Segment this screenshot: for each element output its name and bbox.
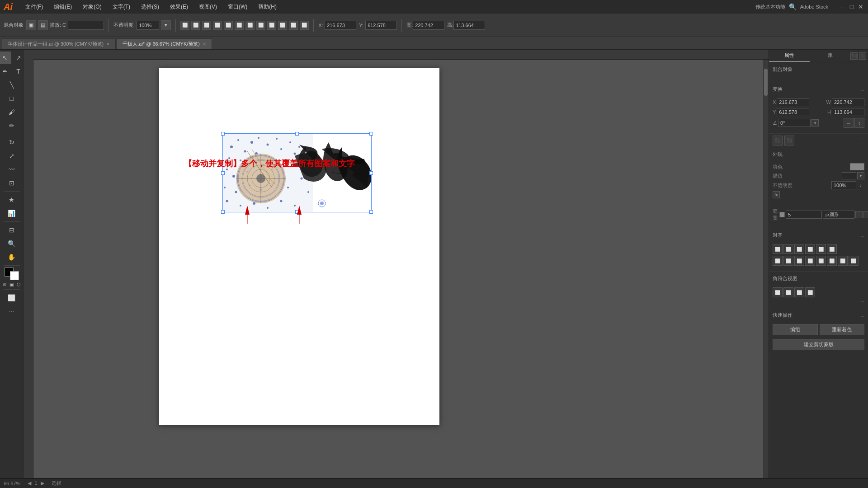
stroke-width-input[interactable] <box>786 211 822 219</box>
workspace-label[interactable]: 传统基本功能 <box>755 4 785 10</box>
close-button[interactable]: ✕ <box>857 3 864 10</box>
panel-icon-2[interactable]: ⬛ <box>859 52 866 60</box>
background-color[interactable] <box>10 271 19 280</box>
expand-icon[interactable]: ··· <box>861 88 864 93</box>
search-icon[interactable]: 🔍 <box>789 3 797 10</box>
shape-opt-3[interactable]: ⬜ <box>794 287 804 297</box>
menu-window[interactable]: 窗口(W) <box>226 2 249 12</box>
more-tools[interactable]: ··· <box>5 305 18 318</box>
next-artboard[interactable]: ▶ <box>41 480 44 486</box>
rotate-tool[interactable]: ↻ <box>5 136 18 149</box>
selection-tool[interactable]: ↖ <box>0 52 11 64</box>
rotation-input[interactable] <box>778 119 811 127</box>
symbol-tool[interactable]: ★ <box>5 193 18 206</box>
line-tool[interactable]: ╲ <box>5 79 18 91</box>
shape-extra-expand[interactable]: ··· <box>861 299 864 304</box>
slice-tool[interactable]: ⊟ <box>5 224 18 236</box>
opacity-panel-input[interactable] <box>831 181 856 189</box>
quick-actions-expand[interactable]: ··· <box>861 314 864 319</box>
view-icon-2[interactable]: ⬛ <box>784 136 794 145</box>
menu-help[interactable]: 帮助(H) <box>256 2 278 12</box>
rect-tool[interactable]: □ <box>5 92 18 105</box>
tab-0[interactable]: 字体设计作品一组.ai @ 300% (CMYK/预览) ✕ <box>2 38 116 49</box>
type-tool[interactable]: T <box>12 65 25 78</box>
flip-h-btn[interactable]: ↔ <box>844 118 854 128</box>
align-v-center[interactable]: ⬜ <box>816 244 826 254</box>
maximize-button[interactable]: □ <box>848 3 855 10</box>
x-panel-input[interactable] <box>777 98 809 106</box>
align-right-btn[interactable]: ⬜ <box>202 21 211 30</box>
w-input[interactable] <box>413 21 444 30</box>
dist-h-space[interactable]: ⬜ <box>838 256 848 266</box>
opacity-input[interactable] <box>137 21 159 30</box>
direct-selection-tool[interactable]: ↗ <box>12 52 25 64</box>
menu-file[interactable]: 文件(F) <box>24 2 45 12</box>
dist-bottom[interactable]: ⬜ <box>827 256 837 266</box>
dist-top[interactable]: ⬜ <box>805 256 815 266</box>
align-center-btn[interactable]: ⬜ <box>191 21 200 30</box>
free-transform-tool[interactable]: ⊡ <box>5 177 18 189</box>
align-expand[interactable]: ··· <box>861 234 864 239</box>
gradient-icon[interactable]: ▣ <box>9 281 15 287</box>
align-bottom-edge[interactable]: ⬜ <box>827 244 837 254</box>
adobe-stock-label[interactable]: Adobe Stock <box>800 4 828 9</box>
scroll-thumb[interactable] <box>764 69 768 96</box>
menu-effect[interactable]: 效果(E) <box>168 2 190 12</box>
distribute-middle-btn[interactable]: ⬜ <box>289 21 298 30</box>
stroke-type-dropdown[interactable]: 点圆形 <box>823 211 854 219</box>
opacity-expand-btn[interactable]: › <box>857 182 864 189</box>
align-right-edge[interactable]: ⬜ <box>794 244 804 254</box>
minimize-button[interactable]: ─ <box>839 3 846 10</box>
slice-btn[interactable]: 建立剪切蒙版 <box>773 339 864 350</box>
zoom-tool[interactable]: 🔍 <box>5 237 18 250</box>
none-icon[interactable]: ⊘ <box>1 281 8 287</box>
libraries-tab[interactable]: 库 <box>810 50 850 62</box>
menu-edit[interactable]: 编辑(E) <box>52 2 74 12</box>
tab-0-close[interactable]: ✕ <box>106 42 110 47</box>
tab-1[interactable]: 千板人.ai* @ 66.67% (CMYK/预览) ✕ <box>117 38 212 49</box>
menu-select[interactable]: 选择(S) <box>139 2 161 12</box>
align-left-btn[interactable]: ⬜ <box>180 21 189 30</box>
stroke-opt-1[interactable] <box>855 211 863 218</box>
opacity-dropdown-btn[interactable]: ▾ <box>161 20 171 30</box>
zoom-level[interactable]: 66.67% <box>4 481 20 486</box>
artboard[interactable]: 【移动并复制】多个，使其覆盖所有图案和文字 <box>159 68 439 425</box>
align-left-edge[interactable]: ⬜ <box>773 244 783 254</box>
transform-more[interactable]: ··· <box>861 136 864 145</box>
dist-left[interactable]: ⬜ <box>773 256 783 266</box>
distribute-top-btn[interactable]: ⬜ <box>278 21 287 30</box>
properties-tab[interactable]: 属性 <box>769 50 810 62</box>
vertical-scrollbar[interactable] <box>763 60 769 488</box>
edit-btn[interactable]: 编组 <box>773 324 818 335</box>
align-top-edge[interactable]: ⬜ <box>805 244 815 254</box>
recolor-btn[interactable]: 重新着色 <box>820 324 865 335</box>
warp-tool[interactable]: 〰 <box>5 163 18 176</box>
distribute-center-btn[interactable]: ⬜ <box>256 21 265 30</box>
mode-btn2[interactable]: ▤ <box>38 20 48 30</box>
mode-dropdown[interactable] <box>68 21 104 30</box>
artwork-container[interactable] <box>222 133 372 212</box>
panel-icon-1[interactable]: ⬛ <box>850 52 858 60</box>
hand-tool[interactable]: ✋ <box>5 251 18 263</box>
distribute-right-btn[interactable]: ⬜ <box>267 21 276 30</box>
fill-color-swatch[interactable] <box>850 163 864 170</box>
stroke-arrow-btn[interactable]: ▾ <box>857 172 864 179</box>
canvas-area[interactable]: 【移动并复制】多个，使其覆盖所有图案和文字 <box>24 50 769 488</box>
dist-v-space[interactable]: ⬜ <box>849 256 859 266</box>
tab-1-close[interactable]: ✕ <box>203 42 206 47</box>
pen-tool[interactable]: ✒ <box>0 65 11 78</box>
shape-expand[interactable]: ··· <box>861 277 864 282</box>
brush-tool[interactable]: 🖌 <box>5 106 18 118</box>
align-middle-btn[interactable]: ⬜ <box>224 21 233 30</box>
view-icon-1[interactable]: ⬛ <box>773 136 783 145</box>
dist-v[interactable]: ⬜ <box>816 256 826 266</box>
change-screen-mode[interactable]: ⬜ <box>5 291 18 304</box>
align-bottom-btn[interactable]: ⬜ <box>235 21 244 30</box>
scale-tool[interactable]: ⤢ <box>5 150 18 162</box>
y-panel-input[interactable] <box>777 108 809 116</box>
rotation-dropdown[interactable]: ▾ <box>811 119 819 127</box>
distribute-bottom-btn[interactable]: ⬜ <box>300 21 309 30</box>
dist-h[interactable]: ⬜ <box>783 256 793 266</box>
menu-text[interactable]: 文字(T) <box>111 2 132 12</box>
fx-icon[interactable]: fx <box>773 191 780 198</box>
